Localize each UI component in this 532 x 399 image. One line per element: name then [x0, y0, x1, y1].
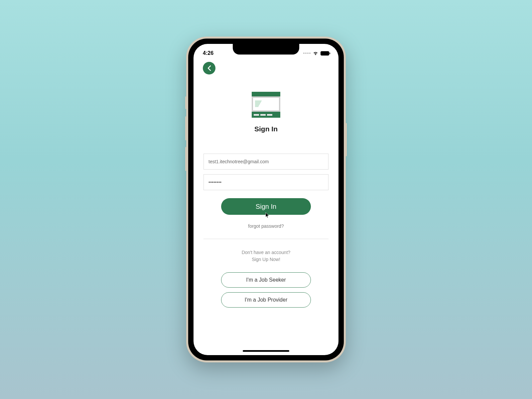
cellular-signal-icon [303, 53, 311, 54]
email-input[interactable] [203, 154, 329, 170]
screen-content: Sign In Sign In forgot password? Do [194, 60, 338, 355]
divider [203, 239, 329, 239]
status-icons [303, 51, 329, 56]
signin-form: Sign In forgot password? [203, 154, 329, 229]
job-provider-button[interactable]: I'm a Job Provider [221, 292, 311, 308]
chevron-left-icon [207, 65, 211, 71]
job-seeker-button[interactable]: I'm a Job Seeker [221, 272, 311, 288]
phone-bezel: 4:26 [188, 39, 344, 360]
signup-prompt-line2: Sign Up Now! [203, 256, 329, 263]
signin-button[interactable]: Sign In [221, 198, 311, 215]
role-buttons: I'm a Job Seeker I'm a Job Provider [203, 272, 329, 308]
page-title: Sign In [254, 125, 278, 133]
cursor-icon [265, 212, 269, 220]
battery-icon [321, 51, 329, 56]
volume-down-button [185, 147, 187, 171]
wifi-icon [313, 51, 319, 56]
notch [233, 44, 299, 55]
password-input[interactable] [203, 174, 329, 190]
signup-prompt: Don't have an account? Sign Up Now! [203, 249, 329, 263]
forgot-password-link[interactable]: forgot password? [203, 223, 329, 229]
logo-section: Sign In [203, 92, 329, 133]
volume-up-button [185, 116, 187, 140]
volume-mute-switch [185, 96, 187, 109]
back-button[interactable] [203, 62, 215, 74]
home-indicator[interactable] [243, 350, 289, 352]
app-logo [252, 92, 280, 118]
signin-button-label: Sign In [256, 203, 276, 210]
phone-device-frame: 4:26 [186, 37, 346, 362]
phone-screen: 4:26 [194, 44, 338, 355]
status-time: 4:26 [203, 50, 213, 56]
signup-prompt-line1: Don't have an account? [203, 249, 329, 256]
power-button [345, 123, 347, 156]
